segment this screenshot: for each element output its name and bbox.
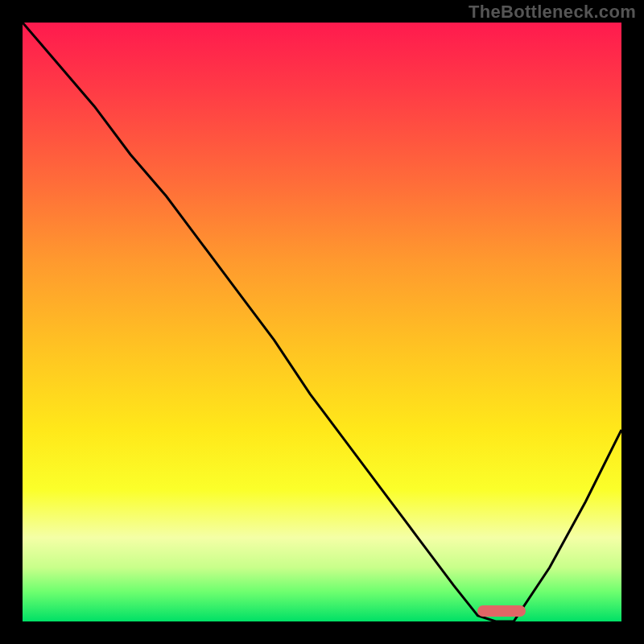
chart-frame: TheBottleneck.com xyxy=(0,0,644,644)
watermark-text: TheBottleneck.com xyxy=(469,2,636,23)
gradient-plot-area xyxy=(23,23,621,621)
optimal-range-marker xyxy=(477,605,526,617)
bottleneck-curve xyxy=(23,23,621,621)
